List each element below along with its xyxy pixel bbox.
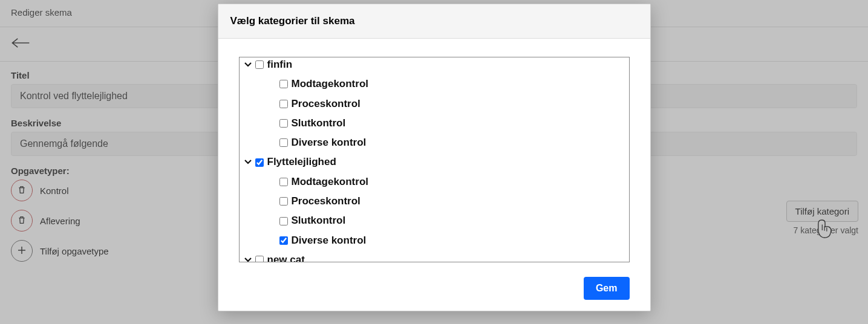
tree-checkbox[interactable] (255, 60, 264, 69)
tree-checkbox[interactable] (255, 158, 264, 167)
tree-node[interactable]: Modtagekontrol (243, 172, 625, 192)
modal-body: finfinModtagekontrolProceskontrolSlutkon… (218, 39, 650, 268)
tree-node[interactable]: Slutkontrol (243, 114, 625, 133)
tree-label: Diverse kontrol (292, 231, 367, 250)
tree-node[interactable]: finfin (243, 57, 625, 74)
tree-node[interactable]: Diverse kontrol (243, 133, 625, 152)
tree-checkbox[interactable] (279, 178, 288, 186)
tree-checkbox[interactable] (279, 100, 288, 108)
tree-node[interactable]: Slutkontrol (243, 211, 625, 230)
save-button[interactable]: Gem (584, 277, 630, 300)
tree-label: Flyttelejlighed (267, 152, 336, 172)
tree-node[interactable]: Proceskontrol (243, 192, 625, 211)
tree-label: Diverse kontrol (292, 133, 367, 152)
tree-label: Modtagekontrol (292, 74, 369, 94)
tree-node[interactable]: Diverse kontrol (243, 231, 625, 250)
tree-checkbox[interactable] (279, 80, 288, 88)
tree-checkbox[interactable] (279, 217, 288, 225)
tree-label: Proceskontrol (292, 192, 361, 211)
chevron-down-icon[interactable] (243, 152, 253, 172)
modal-title: Vælg kategorier til skema (218, 4, 650, 39)
tree-label: finfin (267, 57, 293, 74)
chevron-down-icon[interactable] (243, 57, 253, 74)
category-tree[interactable]: finfinModtagekontrolProceskontrolSlutkon… (239, 57, 630, 262)
tree-checkbox[interactable] (255, 256, 264, 262)
tree-label: Modtagekontrol (292, 172, 369, 192)
tree-label: new cat (267, 250, 305, 262)
tree-node[interactable]: Modtagekontrol (243, 74, 625, 94)
tree-checkbox[interactable] (279, 119, 288, 128)
tree-checkbox[interactable] (279, 236, 288, 245)
tree-checkbox[interactable] (279, 138, 288, 147)
tree-node[interactable]: Flyttelejlighed (243, 152, 625, 172)
tree-label: Slutkontrol (292, 114, 346, 133)
tree-checkbox[interactable] (279, 197, 288, 206)
tree-node[interactable]: Proceskontrol (243, 94, 625, 114)
category-modal: Vælg kategorier til skema finfinModtagek… (218, 4, 651, 311)
tree-label: Slutkontrol (292, 211, 346, 230)
tree-node[interactable]: new cat (243, 250, 625, 262)
chevron-down-icon[interactable] (243, 250, 253, 262)
tree-label: Proceskontrol (292, 94, 361, 114)
modal-footer: Gem (218, 268, 650, 311)
